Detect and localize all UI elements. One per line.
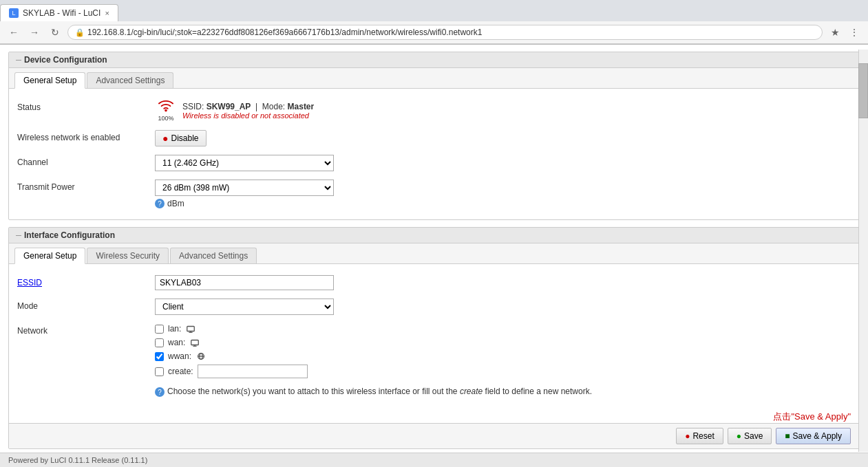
tab-advanced-settings-interface[interactable]: Advanced Settings: [170, 248, 257, 263]
essid-control: [155, 275, 851, 290]
wifi-status-icon: 100%: [155, 100, 177, 122]
network-wan-icon: [189, 337, 200, 348]
save-icon: ●: [737, 431, 741, 441]
transmit-power-row: Transmit Power 26 dBm (398 mW) ? dBm: [17, 175, 851, 213]
browser-chrome: L SKYLAB - Wifi - LuCI × ← → ↻ 🔒 192.168…: [0, 0, 868, 45]
forward-button[interactable]: →: [26, 24, 43, 41]
page-content: Device Configuration General Setup Advan…: [0, 45, 868, 462]
tab-favicon: L: [9, 8, 19, 18]
status-row: Status 100%: [17, 96, 851, 126]
network-item-create: create:: [155, 365, 308, 378]
essid-label[interactable]: ESSID: [17, 275, 155, 287]
network-wwan-icon: [195, 351, 207, 362]
device-config-section: Device Configuration General Setup Advan…: [8, 52, 860, 220]
mode-value: Master: [288, 102, 315, 111]
mode-label: Mode:: [262, 102, 285, 111]
essid-input[interactable]: [155, 275, 334, 290]
network-row: Network lan:: [17, 319, 851, 401]
device-config-body: Status 100%: [9, 89, 859, 219]
wireless-enabled-row: Wireless network is enabled ● Disable: [17, 126, 851, 151]
tab-close-button[interactable]: ×: [105, 9, 109, 17]
network-item-wwan: wwan:: [155, 351, 308, 362]
network-lan-icon: [185, 323, 196, 334]
network-list: lan: wan:: [155, 323, 308, 378]
help-text-content: Choose the network(s) you want to attach…: [167, 387, 592, 396]
wireless-enabled-control: ● Disable: [155, 130, 851, 146]
status-sub-text: Wireless is disabled or not associated: [182, 111, 314, 120]
status-info: SSID: SKW99_AP | Mode: Master Wireless i…: [182, 102, 314, 120]
save-label: Save: [744, 431, 763, 441]
tab-general-setup-device[interactable]: General Setup: [14, 72, 85, 89]
disable-button[interactable]: ● Disable: [155, 130, 207, 146]
network-label: Network: [17, 323, 155, 336]
network-help-text: ? Choose the network(s) you want to atta…: [155, 387, 592, 397]
network-wan-label: wan:: [168, 338, 185, 347]
wireless-enabled-label: Wireless network is enabled: [17, 130, 155, 142]
transmit-power-label: Transmit Power: [17, 180, 155, 192]
browser-tab[interactable]: L SKYLAB - Wifi - LuCI ×: [0, 4, 118, 21]
transmit-power-select[interactable]: 26 dBm (398 mW): [155, 180, 334, 196]
chinese-annotation: 点击"Save & Apply": [9, 408, 859, 423]
network-item-wan: wan:: [155, 337, 308, 348]
browser-actions: ★ ⋮: [827, 24, 862, 41]
channel-select[interactable]: 11 (2.462 GHz): [155, 155, 334, 171]
bottom-bar: ● Reset ● Save ■ Save & Apply: [9, 423, 859, 448]
menu-button[interactable]: ⋮: [846, 24, 862, 41]
status-area: 100% SSID: SKW99_AP | Mode: Master Wirel…: [155, 100, 314, 122]
ssid-value: SKW99_AP: [207, 102, 251, 111]
reload-button[interactable]: ↻: [47, 24, 63, 41]
disable-label: Disable: [171, 133, 198, 143]
essid-row: ESSID: [17, 271, 851, 294]
svg-rect-4: [191, 340, 199, 345]
channel-label: Channel: [17, 155, 155, 167]
help-icon[interactable]: ?: [155, 387, 165, 397]
signal-percent: 100%: [158, 115, 173, 122]
network-item-lan: lan:: [155, 323, 308, 334]
save-apply-button[interactable]: ■ Save & Apply: [776, 428, 851, 444]
browser-tabs: L SKYLAB - Wifi - LuCI ×: [0, 0, 868, 21]
dbm-help-icon[interactable]: ?: [155, 199, 165, 208]
device-config-header: Device Configuration: [9, 52, 859, 68]
mode-label: Mode: [17, 298, 155, 311]
network-checkbox-wwan[interactable]: [155, 352, 164, 361]
status-ssid-mode: SSID: SKW99_AP | Mode: Master: [182, 102, 314, 111]
scrollbar[interactable]: [858, 50, 868, 452]
device-config-title: Device Configuration: [24, 55, 107, 65]
lock-icon: 🔒: [75, 28, 85, 37]
create-network-input[interactable]: [198, 365, 308, 378]
back-button[interactable]: ←: [6, 24, 22, 41]
reset-button[interactable]: ● Reset: [676, 428, 723, 444]
footer: Powered by LuCI 0.11.1 Release (0.11.1): [0, 453, 868, 462]
channel-row: Channel 11 (2.462 GHz): [17, 151, 851, 175]
disable-dot: ●: [162, 133, 168, 144]
network-wwan-label: wwan:: [168, 351, 191, 361]
browser-toolbar: ← → ↻ 🔒 192.168.8.1/cgi-bin/luci/;stok=a…: [0, 21, 868, 44]
bookmark-button[interactable]: ★: [827, 24, 843, 41]
interface-config-header: Interface Configuration: [9, 228, 859, 243]
ssid-label: SSID:: [182, 102, 204, 111]
tab-advanced-settings-device[interactable]: Advanced Settings: [87, 72, 173, 88]
network-checkbox-wan[interactable]: [155, 338, 164, 347]
status-label: Status: [17, 100, 155, 112]
address-bar[interactable]: 🔒 192.168.8.1/cgi-bin/luci/;stok=a223276…: [67, 25, 823, 40]
network-create-label: create:: [168, 367, 193, 376]
reset-label: Reset: [692, 431, 714, 441]
tab-general-setup-interface[interactable]: General Setup: [14, 248, 85, 264]
scrollbar-thumb[interactable]: [858, 63, 868, 118]
channel-control: 11 (2.462 GHz): [155, 155, 851, 171]
network-checkbox-lan[interactable]: [155, 325, 164, 334]
save-button[interactable]: ● Save: [728, 428, 772, 444]
interface-config-body: ESSID Mode Client Network: [9, 264, 859, 408]
save-apply-label: Save & Apply: [793, 431, 842, 441]
interface-config-title: Interface Configuration: [24, 230, 115, 240]
save-apply-icon: ■: [785, 431, 790, 441]
dbm-label: dBm: [167, 199, 184, 208]
tab-wireless-security[interactable]: Wireless Security: [87, 248, 169, 263]
mode-select[interactable]: Client: [155, 298, 334, 315]
reset-icon: ●: [685, 431, 690, 441]
network-checkbox-create[interactable]: [155, 367, 164, 376]
url-text: 192.168.8.1/cgi-bin/luci/;stok=a223276dd…: [87, 28, 815, 37]
footer-text: Powered by LuCI 0.11.1 Release (0.11.1): [8, 456, 147, 462]
dbm-hint: ? dBm: [155, 199, 184, 208]
transmit-power-control: 26 dBm (398 mW) ? dBm: [155, 180, 851, 208]
